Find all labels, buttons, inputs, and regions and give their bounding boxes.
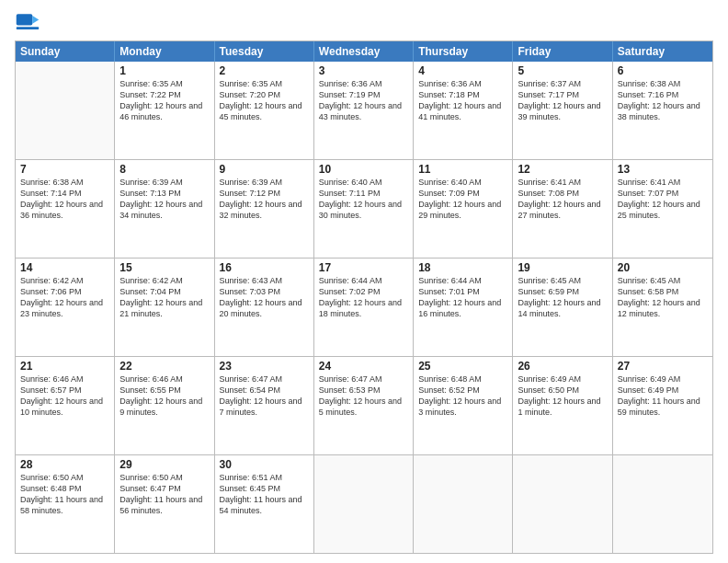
daylight-label: Daylight: 12 hours and 16 minutes.: [418, 298, 501, 318]
calendar-cell: 10Sunrise: 6:40 AMSunset: 7:11 PMDayligh…: [314, 160, 414, 258]
day-info: Sunrise: 6:35 AMSunset: 7:22 PMDaylight:…: [119, 78, 209, 123]
sunrise-label: Sunrise: 6:49 AM: [618, 374, 681, 384]
sunset-label: Sunset: 7:06 PM: [20, 287, 82, 296]
svg-rect-2: [17, 27, 40, 29]
daylight-label: Daylight: 12 hours and 3 minutes.: [418, 396, 501, 417]
calendar-cell: 15Sunrise: 6:42 AMSunset: 7:04 PMDayligh…: [115, 259, 214, 356]
day-number: 21: [20, 360, 109, 373]
day-info: Sunrise: 6:40 AMSunset: 7:09 PMDaylight:…: [418, 177, 507, 222]
day-number: 9: [220, 163, 309, 176]
sunrise-label: Sunrise: 6:44 AM: [319, 276, 382, 285]
calendar-cell: 18Sunrise: 6:44 AMSunset: 7:01 PMDayligh…: [414, 259, 513, 356]
day-info: Sunrise: 6:48 AMSunset: 6:52 PMDaylight:…: [418, 373, 507, 419]
calendar-cell: 16Sunrise: 6:43 AMSunset: 7:03 PMDayligh…: [215, 259, 314, 356]
sunrise-label: Sunrise: 6:47 AM: [319, 374, 382, 384]
sunset-label: Sunset: 7:01 PM: [418, 287, 480, 296]
daylight-label: Daylight: 12 hours and 20 minutes.: [220, 298, 302, 318]
daylight-label: Daylight: 12 hours and 21 minutes.: [119, 298, 202, 318]
day-number: 30: [220, 458, 309, 471]
daylight-label: Daylight: 12 hours and 10 minutes.: [20, 396, 103, 417]
header-day-thursday: Thursday: [414, 41, 513, 62]
header-day-friday: Friday: [513, 41, 612, 62]
sunrise-label: Sunrise: 6:41 AM: [518, 178, 581, 187]
day-info: Sunrise: 6:47 AMSunset: 6:54 PMDaylight:…: [220, 373, 309, 419]
day-number: 27: [618, 360, 708, 373]
calendar-row-2: 14Sunrise: 6:42 AMSunset: 7:06 PMDayligh…: [16, 258, 712, 356]
day-number: 22: [119, 360, 209, 373]
daylight-label: Daylight: 12 hours and 18 minutes.: [319, 298, 402, 318]
calendar-cell: 9Sunrise: 6:39 AMSunset: 7:12 PMDaylight…: [215, 160, 314, 258]
calendar-cell: [314, 455, 414, 553]
sunset-label: Sunset: 6:48 PM: [20, 484, 82, 493]
sunrise-label: Sunrise: 6:37 AM: [518, 79, 581, 88]
header: [15, 9, 713, 35]
day-number: 14: [20, 261, 109, 274]
sunset-label: Sunset: 7:07 PM: [618, 189, 679, 198]
sunrise-label: Sunrise: 6:45 AM: [518, 276, 581, 285]
calendar-cell: 17Sunrise: 6:44 AMSunset: 7:02 PMDayligh…: [314, 259, 414, 356]
day-info: Sunrise: 6:43 AMSunset: 7:03 PMDaylight:…: [220, 275, 309, 320]
daylight-label: Daylight: 12 hours and 9 minutes.: [119, 396, 202, 417]
calendar-cell: 19Sunrise: 6:45 AMSunset: 6:59 PMDayligh…: [513, 259, 612, 356]
day-info: Sunrise: 6:45 AMSunset: 6:58 PMDaylight:…: [618, 275, 708, 320]
calendar-cell: 13Sunrise: 6:41 AMSunset: 7:07 PMDayligh…: [613, 160, 712, 258]
day-info: Sunrise: 6:38 AMSunset: 7:16 PMDaylight:…: [618, 78, 708, 123]
calendar-cell: 12Sunrise: 6:41 AMSunset: 7:08 PMDayligh…: [513, 160, 612, 258]
sunset-label: Sunset: 7:18 PM: [418, 90, 480, 99]
daylight-label: Daylight: 11 hours and 54 minutes.: [220, 495, 302, 515]
day-info: Sunrise: 6:36 AMSunset: 7:18 PMDaylight:…: [418, 78, 507, 123]
sunset-label: Sunset: 6:52 PM: [418, 385, 480, 395]
day-info: Sunrise: 6:40 AMSunset: 7:11 PMDaylight:…: [319, 177, 408, 222]
header-day-wednesday: Wednesday: [314, 41, 414, 62]
logo: [15, 9, 44, 35]
sunrise-label: Sunrise: 6:35 AM: [119, 79, 183, 88]
calendar-cell: 1Sunrise: 6:35 AMSunset: 7:22 PMDaylight…: [115, 62, 214, 159]
daylight-label: Daylight: 12 hours and 41 minutes.: [418, 101, 501, 121]
day-info: Sunrise: 6:50 AMSunset: 6:48 PMDaylight:…: [20, 472, 109, 517]
daylight-label: Daylight: 12 hours and 30 minutes.: [319, 200, 402, 220]
sunset-label: Sunset: 7:17 PM: [518, 90, 579, 99]
sunset-label: Sunset: 7:08 PM: [518, 189, 579, 198]
sunset-label: Sunset: 6:57 PM: [20, 385, 82, 395]
calendar-cell: 28Sunrise: 6:50 AMSunset: 6:48 PMDayligh…: [16, 455, 115, 553]
day-number: 8: [119, 163, 209, 176]
day-info: Sunrise: 6:49 AMSunset: 6:49 PMDaylight:…: [618, 373, 708, 419]
calendar-cell: 14Sunrise: 6:42 AMSunset: 7:06 PMDayligh…: [16, 259, 115, 356]
daylight-label: Daylight: 12 hours and 1 minute.: [518, 396, 600, 417]
calendar-cell: 26Sunrise: 6:49 AMSunset: 6:50 PMDayligh…: [513, 357, 612, 454]
day-info: Sunrise: 6:39 AMSunset: 7:13 PMDaylight:…: [119, 177, 209, 222]
sunset-label: Sunset: 7:22 PM: [119, 90, 181, 99]
calendar-cell: 2Sunrise: 6:35 AMSunset: 7:20 PMDaylight…: [215, 62, 314, 159]
day-info: Sunrise: 6:39 AMSunset: 7:12 PMDaylight:…: [220, 177, 309, 222]
sunset-label: Sunset: 7:03 PM: [220, 287, 281, 296]
day-info: Sunrise: 6:44 AMSunset: 7:02 PMDaylight:…: [319, 275, 408, 320]
day-info: Sunrise: 6:49 AMSunset: 6:50 PMDaylight:…: [518, 373, 607, 419]
day-number: 24: [319, 360, 408, 373]
day-info: Sunrise: 6:42 AMSunset: 7:04 PMDaylight:…: [119, 275, 209, 320]
calendar-cell: [414, 455, 513, 553]
day-number: 25: [418, 360, 507, 373]
calendar-cell: 30Sunrise: 6:51 AMSunset: 6:45 PMDayligh…: [215, 455, 314, 553]
sunset-label: Sunset: 6:47 PM: [119, 484, 181, 493]
daylight-label: Daylight: 12 hours and 7 minutes.: [220, 396, 302, 417]
daylight-label: Daylight: 12 hours and 29 minutes.: [418, 200, 501, 220]
sunrise-label: Sunrise: 6:46 AM: [119, 374, 183, 384]
calendar-cell: [613, 455, 712, 553]
header-day-tuesday: Tuesday: [215, 41, 314, 62]
logo-icon: [15, 9, 40, 35]
sunset-label: Sunset: 6:45 PM: [220, 484, 281, 493]
day-number: 29: [119, 458, 209, 471]
day-info: Sunrise: 6:35 AMSunset: 7:20 PMDaylight:…: [220, 78, 309, 123]
sunset-label: Sunset: 6:54 PM: [220, 385, 281, 395]
calendar-header: SundayMondayTuesdayWednesdayThursdayFrid…: [16, 41, 712, 62]
calendar-cell: 11Sunrise: 6:40 AMSunset: 7:09 PMDayligh…: [414, 160, 513, 258]
daylight-label: Daylight: 12 hours and 45 minutes.: [220, 101, 302, 121]
calendar-cell: 21Sunrise: 6:46 AMSunset: 6:57 PMDayligh…: [16, 357, 115, 454]
day-info: Sunrise: 6:41 AMSunset: 7:07 PMDaylight:…: [618, 177, 708, 222]
day-info: Sunrise: 6:46 AMSunset: 6:57 PMDaylight:…: [20, 373, 109, 419]
sunrise-label: Sunrise: 6:36 AM: [319, 79, 382, 88]
day-number: 15: [119, 261, 209, 274]
daylight-label: Daylight: 12 hours and 38 minutes.: [618, 101, 700, 121]
sunset-label: Sunset: 7:12 PM: [220, 189, 281, 198]
sunrise-label: Sunrise: 6:50 AM: [20, 473, 84, 482]
